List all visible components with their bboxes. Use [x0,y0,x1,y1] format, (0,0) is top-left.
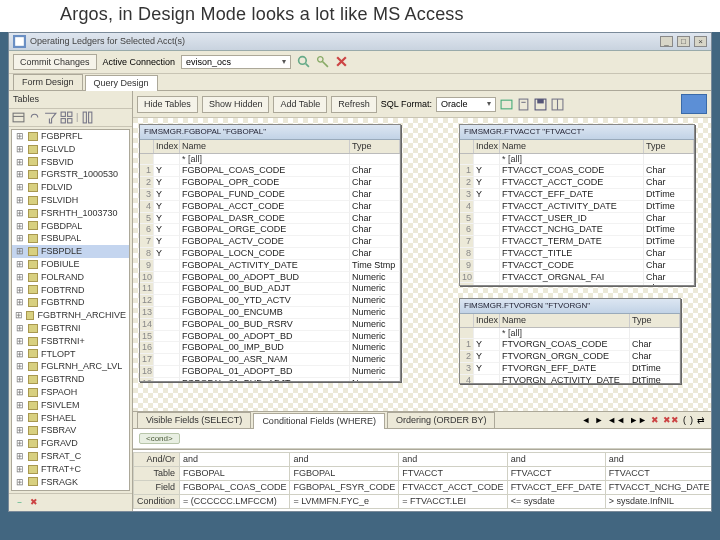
table-field-list[interactable]: * [all]1YFGBOPAL_COAS_CODEChar2YFGBOPAL_… [140,154,400,382]
search-icon[interactable] [297,55,310,68]
tree-item[interactable]: ⊞FOBTRND [12,284,129,297]
table-row[interactable]: 4FTVACCT_ACTIVITY_DATEDtTime [460,201,694,213]
grid-cell[interactable]: FTVACCT [399,467,507,481]
table-row[interactable]: 1YFTVACCT_COAS_CODEChar [460,165,694,177]
grid-cell[interactable]: FTVACCT_NCHG_DATE [605,481,711,495]
arrow-right-end-icon[interactable]: ►► [629,415,647,426]
expand-icon[interactable]: ⊞ [15,272,25,283]
condition-chip[interactable]: <cond> [139,433,180,445]
table-row[interactable]: * [all] [460,154,694,166]
grid-cell[interactable]: FTVACCT [507,467,605,481]
grid-cell[interactable]: and [399,453,507,467]
commit-button[interactable]: Commit Changes [13,54,97,71]
expand-icon[interactable]: ⊞ [15,361,25,372]
tab-query-design[interactable]: Query Design [85,75,158,91]
grid-cell[interactable]: and [180,453,290,467]
tree-item[interactable]: ⊞FOLRAND [12,271,129,284]
tree-item[interactable]: ⊞FGBTRND [12,296,129,309]
grid-cell[interactable]: FGBOPAL_FSYR_CODE [290,481,399,495]
grid-cell[interactable]: FTVACCT_ACCT_CODE [399,481,507,495]
table-row[interactable]: 4FTVORGN_ACTIVITY_DATEDtTime [460,375,680,383]
table-row[interactable]: 6FTVACCT_NCHG_DATEDtTime [460,224,694,236]
table-row[interactable]: 19FGBOPAL_01_BUD_ADJTNumeric [140,378,400,381]
expand-icon[interactable]: ⊞ [15,374,25,385]
tree-item[interactable]: ⊞FGBTRND [12,373,129,386]
table-row[interactable]: 11FGBOPAL_00_BUD_ADJTNumeric [140,283,400,295]
minus-icon[interactable]: － [15,497,24,508]
table-row[interactable]: 12FGBOPAL_00_YTD_ACTVNumeric [140,295,400,307]
tree-item[interactable]: ⊞FSIVLEM [12,399,129,412]
delete-all-icon[interactable]: ✖✖ [663,415,679,426]
table-row[interactable]: 2YFTVACCT_ACCT_CODEChar [460,177,694,189]
tree-item[interactable]: ⊞FSBUPAL [12,232,129,245]
arrow-right-icon[interactable]: ► [594,415,603,426]
tree-item[interactable]: ⊞FSBRAV [12,424,129,437]
grid-cell[interactable]: FGBOPAL [180,467,290,481]
tree-item[interactable]: ⊞FSHAEL [12,412,129,425]
table-window-fgbopal[interactable]: FIMSMGR.FGBOPAL "FGBOPAL"IndexNameType* … [139,124,401,382]
table-icon[interactable] [12,111,25,124]
expand-icon[interactable]: ⊞ [15,477,25,488]
minimize-button[interactable]: _ [660,36,673,47]
tree-item[interactable]: ⊞FSRAGK [12,476,129,489]
table-row[interactable]: 10FTVACCT_ORGNAL_FAIChar [460,272,694,284]
expand-icon[interactable]: ⊞ [15,259,25,270]
grid-cell[interactable]: > sysdate.InfNIL [605,494,711,508]
table-row[interactable]: * [all] [460,328,680,340]
tree-item[interactable]: ⊞FSBTRNI+ [12,335,129,348]
table-row[interactable]: 5FTVACCT_USER_IDChar [460,213,694,225]
table-row[interactable]: 2YFTVORGN_ORGN_CODEChar [460,351,680,363]
table-field-list[interactable]: * [all]1YFTVACCT_COAS_CODEChar2YFTVACCT_… [460,154,694,286]
table-row[interactable]: * [all] [140,154,400,166]
table-row[interactable]: 8YFGBOPAL_LOCN_CODEChar [140,248,400,260]
query-canvas[interactable]: FIMSMGR.FGBOPAL "FGBOPAL"IndexNameType* … [133,118,711,411]
table-window-title[interactable]: FIMSMGR.FGBOPAL "FGBOPAL" [140,125,400,140]
table-row[interactable]: 3YFTVORGN_EFF_DATEDtTime [460,363,680,375]
expand-icon[interactable]: ⊞ [15,195,25,206]
tree-item[interactable]: ⊞FSBPDLE [12,245,129,258]
table-row[interactable]: 13FGBOPAL_00_ENCUMBNumeric [140,307,400,319]
grid-cell[interactable]: = FTVACCT.LEI [399,494,507,508]
refresh-button[interactable]: Refresh [331,96,377,113]
connection-combo[interactable]: evison_ocs ▾ [181,55,291,70]
tree-item[interactable]: ⊞FGBTRNI [12,322,129,335]
grid-icon[interactable] [60,111,73,124]
expand-icon[interactable]: ⊞ [15,400,25,411]
tree-item[interactable]: ⊞FSRHTH_1003730 [12,207,129,220]
table-window-title[interactable]: FIMSMGR.FTVORGN "FTVORGN" [460,299,680,314]
condition-toggle-icon[interactable]: ⇄ [697,415,705,426]
expand-icon[interactable]: ⊞ [15,297,25,308]
remove-icon[interactable]: ✖ [30,497,38,508]
table-row[interactable]: 10FGBOPAL_00_ADOPT_BUDNumeric [140,272,400,284]
grid-cell[interactable]: <= sysdate [507,494,605,508]
tree-item[interactable]: ⊞FTLOPT [12,348,129,361]
tree-item[interactable]: ⊞FOBIULE [12,258,129,271]
table-window-title[interactable]: FIMSMGR.FTVACCT "FTVACCT" [460,125,694,140]
expand-icon[interactable]: ⊞ [15,208,25,219]
link-icon[interactable] [28,111,41,124]
grid-cell[interactable]: and [507,453,605,467]
expand-icon[interactable]: ⊞ [15,221,25,232]
delete-icon[interactable]: ✖ [651,415,659,426]
expand-icon[interactable]: ⊞ [15,246,25,257]
hide-tables-button[interactable]: Hide Tables [137,96,198,113]
paren-open-icon[interactable]: ( [683,415,686,426]
expand-icon[interactable]: ⊞ [15,169,25,180]
table-row[interactable]: 3YFGBOPAL_FUND_CODEChar [140,189,400,201]
paren-close-icon[interactable]: ) [690,415,693,426]
arrow-left-icon[interactable]: ◄ [582,415,591,426]
tables-tree[interactable]: ⊞FGBPRFL⊞FGLVLD⊞FSBVID⊞FGRSTR_1000530⊞FD… [11,129,130,491]
panel-toggle[interactable] [681,94,707,114]
table-row[interactable]: 9FGBOPAL_ACTIVITY_DATETime Stmp [140,260,400,272]
tree-item[interactable]: ⊞FGBDPAL [12,220,129,233]
table-row[interactable]: 3YFTVACCT_EFF_DATEDtTime [460,189,694,201]
tree-item[interactable]: ⊞FGBPRFL [12,130,129,143]
tree-item[interactable]: ⊞FGBTRNH_ARCHIVE [12,309,129,322]
table-row[interactable]: 11FTVACCT_STATUS_INCChar [460,283,694,285]
expand-icon[interactable]: ⊞ [15,157,25,168]
close-button[interactable]: × [694,36,707,47]
expand-icon[interactable]: ⊞ [15,144,25,155]
expand-icon[interactable]: ⊞ [15,451,25,462]
expand-icon[interactable]: ⊞ [15,233,25,244]
tree-item[interactable]: ⊞FGRAVD [12,437,129,450]
